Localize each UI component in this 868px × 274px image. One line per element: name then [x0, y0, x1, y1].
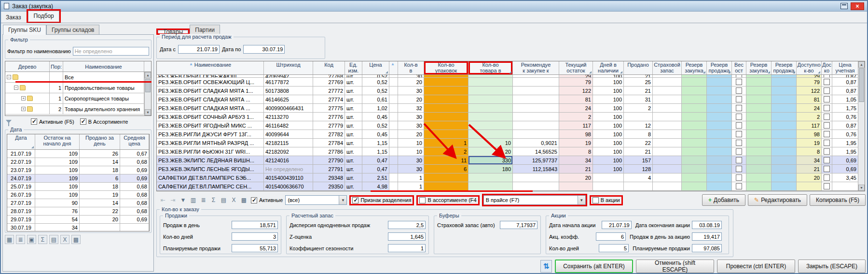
row-checkbox[interactable] — [736, 131, 742, 137]
row-checkbox[interactable] — [824, 174, 830, 181]
row-checkbox[interactable] — [736, 96, 742, 102]
collapse-icon[interactable]: − — [14, 86, 18, 90]
assortment-checkbox[interactable]: В ассортименте (F4 — [419, 197, 476, 203]
row-checkbox[interactable] — [824, 75, 830, 77]
active-filter-checkbox[interactable]: ✓ Активные — [251, 197, 283, 203]
goods-column-header[interactable]: ▲Наименование — [157, 61, 264, 74]
goods-column-header[interactable]: Страховой запас — [653, 61, 682, 74]
row-checkbox[interactable] — [736, 157, 742, 163]
date-row[interactable]: 26.07.19109190,68 — [7, 191, 149, 199]
date-column-header[interactable]: Средняя цена — [120, 134, 149, 149]
promo-checkbox[interactable]: В акции — [592, 197, 620, 203]
goods-column-header[interactable]: Продано — [624, 61, 653, 74]
row-checkbox[interactable] — [736, 148, 742, 155]
goods-column-header[interactable]: Код — [313, 61, 345, 74]
layers-icon[interactable]: ▣ — [27, 235, 36, 244]
goods-column-header[interactable]: Цена учетная — [832, 61, 858, 74]
goods-row[interactable]: РЕЗ.ЖЕВ.ОРБИТ СЛАДКАЯ МЯТА ...4614662527… — [157, 95, 865, 104]
tree-row[interactable]: −1Продовольственные товары — [5, 83, 151, 93]
print-icon[interactable]: ▤ — [219, 196, 228, 205]
goods-row[interactable]: РЕЗ.ЖЕВ.ОРБИТ ОСВЕЖАЮЩИЙ Ц...46177872277… — [157, 78, 865, 87]
goods-row[interactable]: РЕЗ.ЖЕВ.РИГЛИ ФЬЮЖН 31Г WRI...4218209227… — [157, 147, 865, 156]
date-row[interactable]: 30.07.1934 — [7, 224, 149, 231]
row-checkbox[interactable] — [736, 166, 742, 172]
date-from-input[interactable]: 21.07.19 — [178, 45, 220, 54]
goods-column-header[interactable]: Штрихкод — [264, 61, 313, 74]
calc-stock-value[interactable]: 2,5 — [388, 221, 426, 229]
goods-column-header[interactable]: Текущий остаток — [559, 61, 593, 74]
goods-column-header[interactable]: Резерв закупка — [682, 61, 707, 74]
goods-column-header[interactable]: Цена — [362, 61, 389, 74]
goods-column-header[interactable]: Резерв закупка — [746, 61, 772, 74]
tree-column-header[interactable]: Наименование — [63, 61, 144, 72]
goods-row[interactable]: РЕЗ.ЖЕВ.ОРБИТ СЛАДКАЯ МЯТА ...4009900466… — [157, 104, 865, 113]
print-icon[interactable]: ▤ — [49, 235, 58, 244]
in-assortment-checkbox[interactable]: ✓В Ассортименте — [80, 118, 128, 125]
save-button[interactable]: Сохранить (alt ENTER) — [555, 260, 633, 273]
goods-column-header[interactable]: Доступно к-во — [797, 61, 822, 74]
row-checkbox[interactable] — [736, 75, 742, 77]
goods-column-header[interactable]: Кол-в в — [398, 61, 424, 74]
goods-column-header[interactable]: Кол-во товара в — [468, 61, 513, 74]
sum-icon[interactable]: Σ — [38, 235, 47, 244]
promo-value[interactable]: 5 — [599, 244, 629, 252]
row-checkbox[interactable] — [824, 96, 830, 102]
goods-row[interactable]: РЕЗ.ЖЕВ.ОРБИТ ЯГОДНЫЙ МИКС ...4611648227… — [157, 121, 865, 130]
date-row[interactable]: 23.07.19109180,69 — [7, 166, 149, 174]
date-column-header[interactable]: Продано за день — [80, 134, 120, 149]
excel-icon[interactable]: X — [60, 235, 69, 244]
price-select[interactable]: В прайсе (F7) ▼ — [483, 195, 586, 205]
division-checkbox[interactable]: ✓ Признак разделения — [352, 197, 411, 203]
row-checkbox[interactable] — [824, 183, 830, 189]
promo-value[interactable]: 21.07.19 — [602, 221, 632, 229]
goods-column-header[interactable]: Ед. изм. — [345, 61, 362, 74]
date-row[interactable]: 28.07.1976220,68 — [7, 207, 149, 216]
row-checkbox[interactable] — [824, 105, 830, 111]
date-row[interactable]: 24.07.1910960,69 — [7, 174, 149, 183]
row-checkbox[interactable] — [824, 87, 830, 94]
date-to-input[interactable]: 30.07.19 — [243, 45, 285, 54]
maximize-button[interactable] — [840, 3, 848, 9]
sales-value[interactable]: 55,713 — [232, 244, 278, 252]
goods-row[interactable]: РЕЗ.ЖЕВ.РИГЛИ МЯТНЫЙ РАЗРЯД ...421821152… — [157, 139, 865, 147]
goods-column-header[interactable]: Резерв продажа — [772, 61, 797, 74]
date-column-header[interactable]: Дата — [7, 134, 35, 149]
tree-column-header[interactable]: Дерево — [5, 61, 50, 72]
goods-column-header[interactable]: Дней в наличии — [593, 61, 624, 74]
date-column-header[interactable]: Остаток на начало дня — [35, 134, 80, 149]
sales-value[interactable]: 3 — [232, 232, 278, 241]
tree-column-header[interactable]: Пор: — [50, 61, 63, 72]
edit-button[interactable]: ✎Редактировать — [748, 194, 807, 206]
goods-column-header[interactable]: Рекомендуе к закупке к — [513, 61, 559, 74]
goods-column-header[interactable]: ▲ — [389, 61, 398, 74]
all-select[interactable]: (все) ▼ — [285, 195, 347, 205]
goods-column-header[interactable]: Дос ко — [822, 61, 832, 74]
post-button[interactable]: Провести (ctrl ENTER) — [717, 260, 795, 273]
row-checkbox[interactable] — [736, 140, 742, 146]
cancel-button[interactable]: Отменить (shift ESCAPE) — [636, 260, 714, 273]
promo-value[interactable]: 03.08.19 — [692, 221, 722, 229]
promo-value[interactable]: 19,417 — [692, 232, 722, 241]
filter-add-icon[interactable]: ▼ — [179, 196, 188, 205]
row-checkbox[interactable] — [736, 79, 742, 85]
copy-button[interactable]: Копировать (F5) — [810, 194, 866, 206]
goods-row[interactable]: РЕЗ.ЖЕВ.ОРБИТ СЛАДКАЯ МЯТА 1...501738082… — [157, 87, 865, 95]
date-row[interactable]: 25.07.19109180,68 — [7, 183, 149, 191]
checkbox[interactable]: ✓ — [31, 118, 37, 125]
row-checkbox[interactable] — [824, 166, 830, 172]
columns-icon[interactable]: ▥ — [189, 196, 198, 205]
goods-row[interactable]: РЕЗ.ЖЕВ.ЭКЛИПС ЛЕДЯНАЯ ВИШН...4212401627… — [157, 156, 865, 165]
grid-icon[interactable]: ▦ — [5, 235, 14, 244]
promo-value[interactable]: 6 — [596, 232, 626, 241]
date-row[interactable]: 22.07.19109140,68 — [7, 158, 149, 166]
row-checkbox[interactable] — [824, 148, 830, 155]
sales-value[interactable]: 18,571 — [232, 221, 278, 229]
table-edit-icon[interactable]: ▩ — [239, 196, 248, 205]
calc-stock-value[interactable]: 1,645 — [388, 232, 426, 241]
tree-row[interactable]: +1Скоропортящиеся товары — [5, 93, 151, 104]
row-checkbox[interactable] — [736, 183, 742, 189]
tab-pick[interactable]: Подбор — [28, 11, 59, 22]
row-checkbox[interactable] — [824, 114, 830, 120]
row-checkbox[interactable] — [824, 79, 830, 85]
row-checkbox[interactable] — [824, 157, 830, 163]
